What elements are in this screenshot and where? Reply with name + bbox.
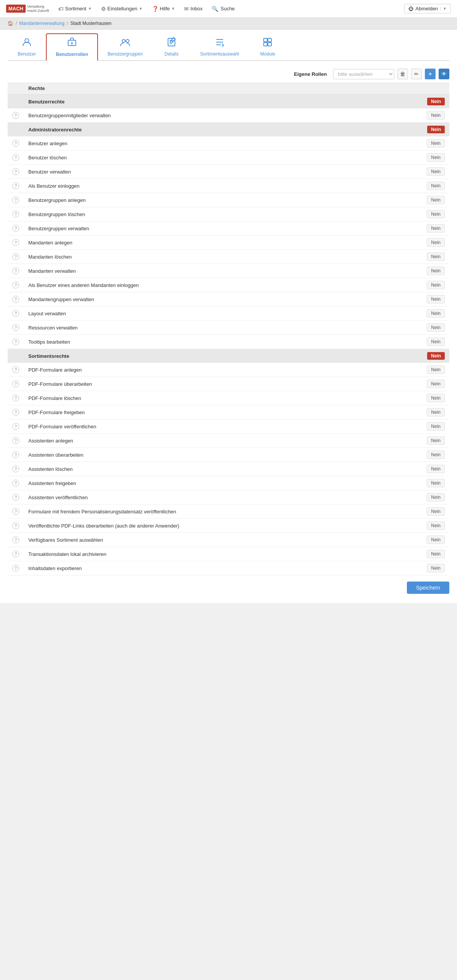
section-toggle-benutzerrechte[interactable]: Nein	[403, 95, 449, 109]
question-icon[interactable]: ?	[12, 296, 19, 303]
question-icon[interactable]: ?	[12, 197, 19, 203]
row-value[interactable]: Nein	[403, 363, 449, 377]
question-icon[interactable]: ?	[12, 451, 19, 458]
nav-hilfe[interactable]: ❓ Hilfe ▼	[148, 0, 179, 18]
question-icon[interactable]: ?	[12, 423, 19, 430]
tab-benutzergruppen[interactable]: Benutzergruppen	[98, 33, 152, 60]
delete-role-button[interactable]: 🗑	[397, 69, 408, 79]
tab-details[interactable]: Details	[152, 33, 191, 60]
question-icon[interactable]: ?	[12, 536, 19, 543]
row-value[interactable]: Nein	[403, 221, 449, 236]
question-icon[interactable]: ?	[12, 409, 19, 416]
nav-search[interactable]: 🔍 Suche	[208, 0, 238, 18]
row-value[interactable]: Nein	[403, 505, 449, 519]
row-value[interactable]: Nein	[403, 533, 449, 547]
question-icon[interactable]: ?	[12, 112, 19, 119]
question-icon[interactable]: ?	[12, 551, 19, 557]
tab-benutzerrollen[interactable]: Benutzerrollen	[46, 33, 98, 61]
question-icon[interactable]: ?	[12, 522, 19, 529]
row-value[interactable]: Nein	[403, 462, 449, 476]
question-icon[interactable]: ?	[12, 168, 19, 175]
row-value[interactable]: Nein	[403, 377, 449, 391]
row-value[interactable]: Nein	[403, 165, 449, 179]
question-icon[interactable]: ?	[12, 253, 19, 260]
row-value[interactable]: Nein	[403, 476, 449, 490]
question-icon[interactable]: ?	[12, 310, 19, 317]
row-value[interactable]: Nein	[403, 391, 449, 405]
tab-benutzer[interactable]: Benutzer	[8, 33, 46, 60]
row-label: Ressourcen verwalten	[24, 321, 403, 335]
details-tab-icon	[166, 37, 177, 50]
help-icon-cell: ?	[8, 136, 24, 151]
row-value[interactable]: Nein	[403, 278, 449, 292]
breadcrumb-home[interactable]: 🏠	[8, 21, 13, 26]
row-value[interactable]: Nein	[403, 434, 449, 448]
view-role-button[interactable]: 👁	[439, 69, 449, 79]
breadcrumb-mandantenverwaltung[interactable]: Mandantenverwaltung	[19, 21, 64, 26]
tab-module[interactable]: Module	[248, 33, 287, 60]
row-value[interactable]: Nein	[403, 264, 449, 278]
tab-sortimentsauswahl[interactable]: Sortimentsauswahl	[191, 33, 248, 60]
help-icon-cell: ?	[8, 533, 24, 547]
row-value[interactable]: Nein	[403, 136, 449, 151]
save-button[interactable]: Speichern	[407, 582, 449, 594]
edit-role-button[interactable]: ✏	[411, 69, 422, 79]
add-role-button[interactable]: +	[425, 69, 436, 79]
row-value[interactable]: Nein	[403, 108, 449, 123]
section-icon-cell	[8, 123, 24, 137]
row-value[interactable]: Nein	[403, 292, 449, 306]
row-value[interactable]: Nein	[403, 321, 449, 335]
table-row: ? Assistenten anlegen Nein	[8, 434, 449, 448]
nav-einstellungen[interactable]: ⚙ Einstellungen ▼	[97, 0, 147, 18]
question-icon[interactable]: ?	[12, 366, 19, 373]
nav-search-label: Suche	[220, 6, 235, 11]
question-icon[interactable]: ?	[12, 508, 19, 515]
row-value[interactable]: Nein	[403, 193, 449, 207]
question-icon[interactable]: ?	[12, 338, 19, 345]
row-value[interactable]: Nein	[403, 236, 449, 250]
row-label: Veröffentlichte PDF-Links überarbeiten (…	[24, 519, 403, 533]
row-value[interactable]: Nein	[403, 448, 449, 462]
row-value[interactable]: Nein	[403, 179, 449, 193]
nav-inbox[interactable]: ✉ Inbox	[180, 0, 206, 18]
nav-sortiment[interactable]: 🏷 Sortiment ▼	[54, 0, 96, 18]
question-icon[interactable]: ?	[12, 380, 19, 387]
row-value[interactable]: Nein	[403, 207, 449, 221]
row-value[interactable]: Nein	[403, 547, 449, 561]
question-icon[interactable]: ?	[12, 395, 19, 402]
question-icon[interactable]: ?	[12, 225, 19, 232]
question-icon[interactable]: ?	[12, 211, 19, 218]
row-value[interactable]: Nein	[403, 335, 449, 349]
row-value[interactable]: Nein	[403, 151, 449, 165]
table-row: ? Assistenten überarbeiten Nein	[8, 448, 449, 462]
question-icon[interactable]: ?	[12, 267, 19, 274]
row-value[interactable]: Nein	[403, 519, 449, 533]
logout-button[interactable]: ⏻ Abmelden ▼	[404, 4, 451, 13]
row-value[interactable]: Nein	[403, 250, 449, 264]
section-toggle-sortimentsrechte[interactable]: Nein	[403, 349, 449, 363]
question-icon[interactable]: ?	[12, 140, 19, 147]
question-icon[interactable]: ?	[12, 480, 19, 487]
row-value[interactable]: Nein	[403, 490, 449, 505]
row-value[interactable]: Nein	[403, 405, 449, 420]
section-toggle-administratorenrechte[interactable]: Nein	[403, 123, 449, 137]
question-icon[interactable]: ?	[12, 465, 19, 472]
question-icon[interactable]: ?	[12, 494, 19, 501]
help-icon-cell: ?	[8, 420, 24, 434]
row-value[interactable]: Nein	[403, 306, 449, 321]
row-value[interactable]: Nein	[403, 561, 449, 575]
table-row: ? PDF-Formulare löschen Nein	[8, 391, 449, 405]
row-value[interactable]: Nein	[403, 420, 449, 434]
question-icon[interactable]: ?	[12, 437, 19, 444]
row-label: Benutzer anlegen	[24, 136, 403, 151]
roles-select[interactable]: bitte auswählen	[333, 69, 394, 79]
question-icon[interactable]: ?	[12, 324, 19, 331]
question-icon[interactable]: ?	[12, 239, 19, 246]
question-icon[interactable]: ?	[12, 565, 19, 572]
question-icon[interactable]: ?	[12, 282, 19, 288]
section-label-benutzerrechte: Benutzerrechte	[24, 95, 403, 109]
svg-point-3	[122, 39, 125, 43]
nav-sortiment-label: Sortiment	[65, 6, 87, 11]
question-icon[interactable]: ?	[12, 182, 19, 189]
question-icon[interactable]: ?	[12, 154, 19, 161]
